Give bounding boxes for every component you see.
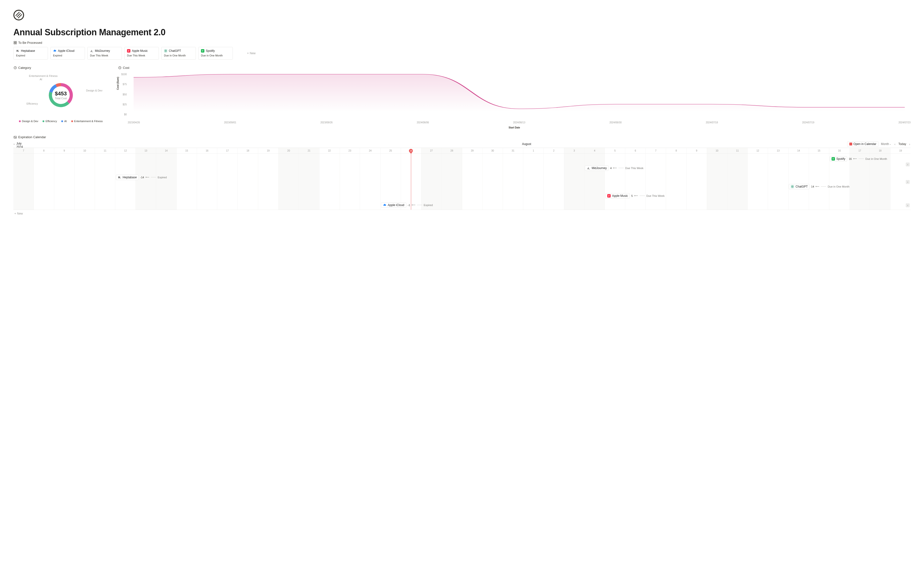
prev-period-button[interactable]: ‹ <box>894 142 896 146</box>
timeline-event[interactable]: Apple iCloud <box>381 202 406 208</box>
day-cell[interactable]: 7 <box>13 148 34 154</box>
day-cell[interactable]: 11 <box>95 148 115 154</box>
day-cell[interactable]: 16 <box>197 148 218 154</box>
timeline-event[interactable]: Spotify <box>830 156 848 162</box>
card-status: Expired <box>16 54 45 57</box>
day-cell[interactable]: 4 <box>585 148 605 154</box>
day-cell[interactable]: 11 <box>728 148 748 154</box>
day-cell[interactable]: 9 <box>54 148 75 154</box>
new-card-button[interactable]: +New <box>235 47 267 60</box>
category-donut-chart: $453 Total Cost Efficiency AI Entertainm… <box>13 72 108 118</box>
event-title: Spotify <box>836 157 845 161</box>
legend-item: AI <box>61 120 67 123</box>
page-title: Annual Subscription Management 2.0 <box>13 27 911 37</box>
day-cell[interactable]: 9 <box>687 148 707 154</box>
day-cell[interactable]: 3 <box>564 148 585 154</box>
subscription-cards-row: H.Heptabase ExpiredApple iCloud ExpiredM… <box>13 47 911 60</box>
legend-item: Design & Dev <box>19 120 38 123</box>
day-cell[interactable]: 8 <box>666 148 687 154</box>
y-axis-label: Cost (Sum) <box>117 77 119 90</box>
chevron-down-icon: ⌄ <box>890 143 892 145</box>
timeline-event[interactable]: Apple Music <box>605 193 630 198</box>
card-status: Due in One Month <box>201 54 230 57</box>
x-tick: 2024/07/19 <box>802 121 814 124</box>
clock-icon <box>13 66 17 70</box>
day-cell[interactable]: 23 <box>340 148 360 154</box>
next-period-button[interactable]: › <box>909 142 911 146</box>
day-cell[interactable]: 31 <box>503 148 523 154</box>
card-title: Spotify <box>206 49 215 52</box>
timeline-collapse-icon[interactable]: » <box>13 143 15 146</box>
card-status: Expired <box>53 54 82 57</box>
section-label: To Be Processed <box>18 41 42 44</box>
day-cell[interactable]: 27 <box>421 148 442 154</box>
subscription-card[interactable]: H.Heptabase Expired <box>13 47 48 60</box>
day-cell[interactable]: 2 <box>544 148 564 154</box>
day-cell[interactable]: 12 <box>115 148 136 154</box>
event-meta: 14⟵Due in One Month <box>811 185 849 188</box>
day-cell[interactable]: 13 <box>136 148 156 154</box>
day-cell[interactable]: 1 <box>523 148 544 154</box>
gallery-view-icon <box>13 41 17 44</box>
x-tick: 2024/07/23 <box>898 121 911 124</box>
day-cell[interactable]: 21 <box>299 148 320 154</box>
overflow-arrow[interactable]: › <box>906 203 909 207</box>
day-cell[interactable]: 24 <box>360 148 380 154</box>
open-in-calendar-button[interactable]: Open in Calendar <box>847 141 879 147</box>
new-label: New <box>17 212 23 215</box>
day-cell[interactable]: 20 <box>279 148 299 154</box>
day-cell[interactable]: 14 <box>789 148 809 154</box>
subscription-card[interactable]: Spotify Due in One Month <box>198 47 233 60</box>
day-cell[interactable]: 10 <box>75 148 95 154</box>
card-status: Due This Week <box>127 54 156 57</box>
section-cost[interactable]: Cost <box>118 66 911 70</box>
subscription-card[interactable]: Apple Music Due This Week <box>124 47 159 60</box>
subscription-card[interactable]: MidJourney Due This Week <box>87 47 122 60</box>
day-cell[interactable]: 7 <box>646 148 666 154</box>
plus-icon: + <box>15 212 16 215</box>
day-cell[interactable]: 12 <box>748 148 768 154</box>
day-cell[interactable]: 18 <box>870 148 890 154</box>
card-status: Due This Week <box>90 54 119 57</box>
event-title: Apple Music <box>612 194 628 198</box>
legend-item: Entertainment & Fitness <box>71 120 103 123</box>
day-cell[interactable]: 6 <box>625 148 646 154</box>
timeline-event[interactable]: H.Heptabase <box>116 175 139 180</box>
day-cell[interactable]: 13 <box>768 148 789 154</box>
day-cell[interactable]: 16 <box>829 148 850 154</box>
day-cell[interactable]: 19 <box>890 148 911 154</box>
today-button[interactable]: Today <box>898 142 906 146</box>
day-cell[interactable]: 14 <box>156 148 177 154</box>
calendar-month-right: August <box>522 142 531 146</box>
subscription-card[interactable]: Apple iCloud Expired <box>50 47 85 60</box>
timeline-new-button[interactable]: + New <box>13 210 911 217</box>
calendar-app-icon <box>849 143 852 146</box>
section-label: Category <box>18 66 31 70</box>
overflow-arrow[interactable]: › <box>906 162 909 166</box>
day-cell[interactable]: 25 <box>380 148 401 154</box>
timeline-event[interactable]: MidJourney <box>585 166 609 171</box>
view-mode-dropdown[interactable]: Month ⌄ <box>881 142 892 146</box>
section-to-be-processed[interactable]: To Be Processed <box>13 41 911 44</box>
section-calendar[interactable]: Expiration Calendar <box>13 135 911 139</box>
section-category[interactable]: Category <box>13 66 108 70</box>
y-tick: $75 <box>120 83 127 86</box>
overflow-arrow[interactable]: › <box>906 180 909 184</box>
day-cell[interactable]: 15 <box>809 148 829 154</box>
day-cell[interactable]: 17 <box>217 148 238 154</box>
day-cell[interactable]: 29 <box>462 148 483 154</box>
day-cell[interactable]: 15 <box>177 148 197 154</box>
day-cell[interactable]: 5 <box>605 148 625 154</box>
donut-label-entertainment: Entertainment & Fitness <box>29 75 57 77</box>
timeline-event[interactable]: ChatGPT <box>789 184 810 189</box>
day-cell[interactable]: 10 <box>707 148 728 154</box>
day-cell[interactable]: 19 <box>258 148 279 154</box>
day-cell[interactable]: 18 <box>238 148 258 154</box>
subscription-card[interactable]: ChatGPT Due in One Month <box>161 47 196 60</box>
day-cell[interactable]: 22 <box>320 148 340 154</box>
day-cell[interactable]: 8 <box>34 148 54 154</box>
day-cell[interactable]: 28 <box>442 148 462 154</box>
svg-rect-4 <box>15 41 16 42</box>
day-cell[interactable]: 30 <box>482 148 503 154</box>
day-cell[interactable]: 17 <box>850 148 870 154</box>
